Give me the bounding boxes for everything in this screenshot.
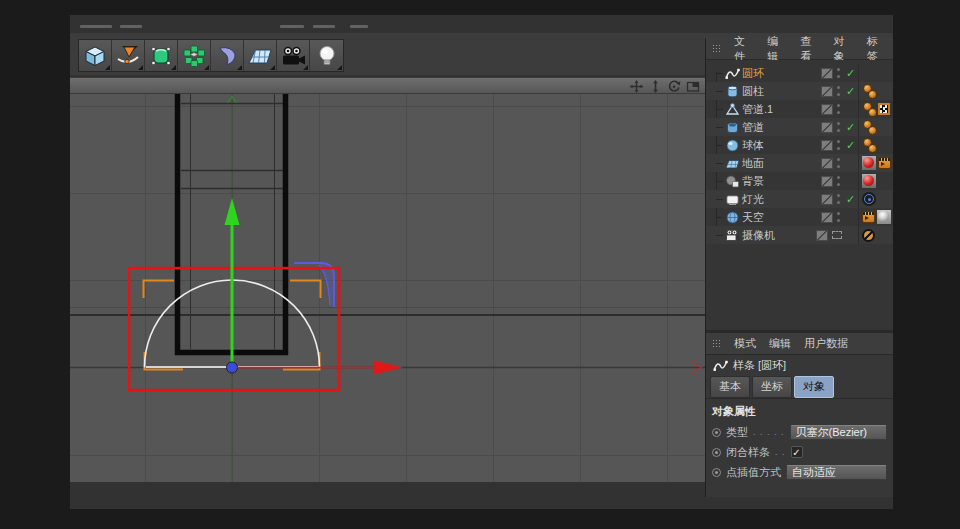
keyframe-circle-icon[interactable]	[712, 428, 721, 437]
grid-dots-icon[interactable]	[712, 44, 721, 53]
tree-stub	[716, 145, 723, 146]
subdivision-icon	[148, 44, 174, 68]
enable-check-icon[interactable]: ✓	[846, 86, 858, 97]
leader-dots: . . . . .	[753, 427, 785, 437]
object-label: 灯光	[742, 192, 821, 207]
phong-tag[interactable]	[862, 120, 876, 134]
object-row[interactable]: 球体✓	[706, 136, 893, 154]
tree-stub	[716, 181, 723, 182]
interpolation-dropdown[interactable]: 自动适应	[786, 465, 887, 480]
layer-chip[interactable]	[821, 86, 833, 97]
viewport-grid	[70, 94, 705, 482]
pan-icon[interactable]	[628, 80, 644, 94]
object-row[interactable]: 管道.1	[706, 100, 893, 118]
modeling-array-button[interactable]	[178, 40, 211, 71]
enable-check-icon[interactable]: ✓	[846, 122, 858, 133]
grid-dots-icon[interactable]	[712, 339, 721, 348]
visibility-dots[interactable]	[837, 158, 843, 169]
visibility-dots[interactable]	[837, 86, 843, 97]
tab-基本[interactable]: 基本	[710, 376, 750, 398]
axis-center-handle[interactable]	[227, 362, 238, 373]
light-tool-icon	[314, 44, 340, 68]
type-dropdown[interactable]: 贝塞尔(Bezier)	[790, 425, 887, 440]
keyframe-circle-icon[interactable]	[712, 468, 721, 477]
y-axis-handle[interactable]	[225, 198, 240, 365]
compositing-tag[interactable]	[878, 157, 891, 169]
keyframe-circle-icon[interactable]	[712, 448, 721, 457]
visibility-dots[interactable]	[837, 140, 843, 151]
layer-chip[interactable]	[821, 140, 833, 151]
dropdown-corner	[204, 65, 209, 70]
object-row[interactable]: 摄像机	[706, 226, 893, 244]
target-tag[interactable]	[862, 192, 876, 206]
phong-tag[interactable]	[862, 102, 876, 116]
layer-chip[interactable]	[821, 176, 833, 187]
material-red-tag[interactable]	[862, 174, 876, 188]
enable-check-icon[interactable]: ✓	[846, 194, 858, 205]
layer-chip[interactable]	[821, 68, 833, 79]
close-spline-checkbox[interactable]: ✓	[791, 446, 803, 458]
primitive-cube-button[interactable]	[79, 40, 112, 71]
pen-spline-icon	[115, 44, 141, 68]
cylinder-icon	[724, 84, 740, 98]
menu-item[interactable]: 标签	[867, 34, 887, 64]
tag-column	[858, 136, 893, 154]
layer-chip[interactable]	[821, 122, 833, 133]
menu-item[interactable]: 文件	[734, 34, 754, 64]
layer-chip[interactable]	[821, 212, 833, 223]
attr-row-type: 类型 . . . . . 贝塞尔(Bezier)	[706, 422, 893, 442]
toggle-view-icon[interactable]	[685, 80, 701, 94]
viewport-canvas[interactable]	[70, 94, 705, 482]
tag-column	[858, 118, 893, 136]
compositing-tag[interactable]	[862, 211, 875, 223]
object-row[interactable]: 灯光✓	[706, 190, 893, 208]
material-red-tag[interactable]	[862, 156, 876, 170]
visibility-dots[interactable]	[837, 194, 843, 205]
camera-tool-button[interactable]	[277, 40, 310, 71]
layer-chip[interactable]	[821, 194, 833, 205]
subdivision-surface-button[interactable]	[145, 40, 178, 71]
phong-tag[interactable]	[862, 84, 876, 98]
dolly-icon[interactable]	[647, 80, 663, 94]
menu-item[interactable]: 编辑	[767, 34, 787, 64]
dropdown-corner	[105, 65, 110, 70]
tab-对象[interactable]: 对象	[794, 376, 834, 398]
layer-chip[interactable]	[821, 158, 833, 169]
camera-tool-icon	[280, 44, 306, 68]
object-row[interactable]: 地面	[706, 154, 893, 172]
object-row[interactable]: 圆环✓	[706, 64, 893, 82]
deformer-button[interactable]	[211, 40, 244, 71]
light-tool-button[interactable]	[310, 40, 343, 71]
object-row[interactable]: 天空	[706, 208, 893, 226]
object-row[interactable]: 圆柱✓	[706, 82, 893, 100]
object-row[interactable]: 管道✓	[706, 118, 893, 136]
enable-check-icon[interactable]: ✓	[846, 68, 858, 79]
layer-chip[interactable]	[816, 230, 828, 241]
layer-chip[interactable]	[821, 104, 833, 115]
visibility-dots[interactable]	[837, 104, 843, 115]
menu-item[interactable]: 编辑	[769, 336, 791, 351]
protection-tag[interactable]	[862, 229, 875, 242]
visibility-dots[interactable]	[837, 68, 843, 79]
menu-item[interactable]: 对象	[834, 34, 854, 64]
tag-column	[858, 82, 893, 100]
visibility-dots[interactable]	[837, 212, 843, 223]
menu-item[interactable]: 用户数据	[804, 336, 848, 351]
visibility-dots[interactable]	[837, 176, 843, 187]
object-manager-list[interactable]: 圆环✓圆柱✓管道.1管道✓球体✓地面背景灯光✓天空摄像机	[706, 60, 893, 330]
tree-stub	[716, 217, 723, 218]
noise-material-tag[interactable]	[877, 210, 891, 224]
object-row[interactable]: 背景	[706, 172, 893, 190]
phong-tag[interactable]	[862, 138, 876, 152]
camera-active-icon[interactable]	[832, 231, 842, 239]
enable-check-icon[interactable]: ✓	[846, 140, 858, 151]
floor-environment-button[interactable]	[244, 40, 277, 71]
object-label: 地面	[742, 156, 821, 171]
texture-tag[interactable]	[878, 103, 890, 115]
visibility-dots[interactable]	[837, 122, 843, 133]
menu-item[interactable]: 查看	[800, 34, 820, 64]
menu-item[interactable]: 模式	[734, 336, 756, 351]
rotate-icon[interactable]	[666, 80, 682, 94]
tab-坐标[interactable]: 坐标	[752, 376, 792, 398]
pen-spline-button[interactable]	[112, 40, 145, 71]
